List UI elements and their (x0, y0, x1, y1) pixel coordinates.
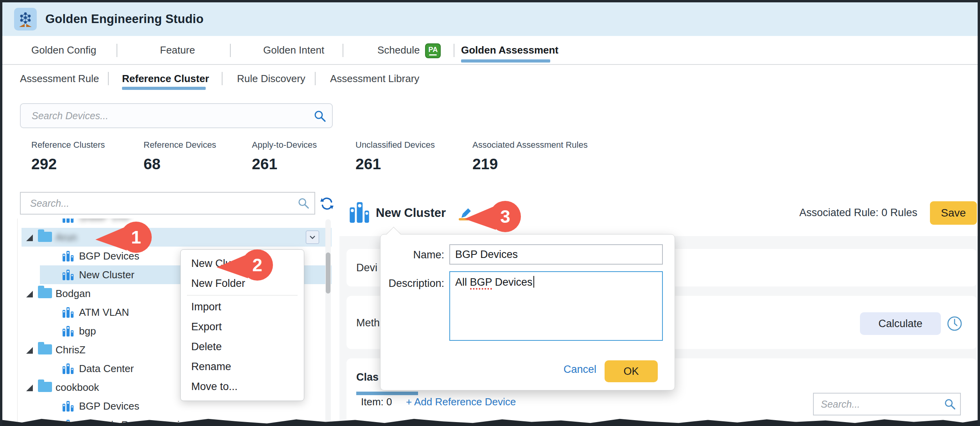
stat-value: 68 (144, 156, 216, 173)
svg-text:2: 2 (252, 255, 262, 275)
calculate-button[interactable]: Calculate (860, 312, 941, 335)
svg-text:1: 1 (131, 227, 141, 247)
name-label: Name: (381, 249, 444, 261)
sub-nav: Assessment Rule Reference Cluster Rule D… (2, 66, 978, 95)
classification-tab-label[interactable]: Clas (356, 371, 379, 383)
cluster-title: New Cluster (376, 200, 446, 226)
menu-item-import[interactable]: Import (181, 297, 304, 317)
tree-item-label: Bodgan (56, 284, 91, 303)
menu-item-move-to[interactable]: Move to... (181, 377, 304, 397)
clock-icon (946, 315, 963, 332)
expand-triangle-icon[interactable] (26, 385, 33, 391)
device-card-label: Devi (356, 262, 377, 274)
search-icon[interactable] (313, 109, 327, 123)
tab-assessment-library[interactable]: Assessment Library (330, 66, 419, 91)
folder-icon (38, 382, 52, 392)
search-icon[interactable] (297, 197, 310, 209)
network-logo-icon (16, 10, 34, 28)
refresh-button[interactable] (319, 196, 335, 212)
scrollbar-thumb[interactable] (326, 252, 330, 294)
tree-search-box (20, 192, 315, 215)
folder-icon (38, 344, 52, 354)
popup-caret (386, 227, 401, 242)
tree-item-folder-selected[interactable]: Arun (18, 228, 333, 247)
callout-step-2: 2 (216, 248, 278, 281)
expand-triangle-icon[interactable] (26, 234, 33, 241)
screenshot-frame: Golden Engineering Studio Golden Config … (0, 0, 980, 426)
description-text: All (455, 276, 470, 288)
tab-rule-discovery[interactable]: Rule Discovery (237, 66, 305, 91)
divider (230, 44, 231, 57)
tab-assessment-rule[interactable]: Assessment Rule (20, 66, 99, 91)
app-header: Golden Engineering Studio (2, 2, 978, 36)
cluster-icon (61, 249, 75, 268)
save-button[interactable]: Save (930, 201, 977, 225)
svg-text:3: 3 (500, 206, 510, 227)
divider (343, 44, 343, 57)
device-search-box (20, 103, 333, 128)
tab-feature[interactable]: Feature (160, 36, 195, 64)
cluster-icon (61, 306, 75, 325)
app-title: Golden Engineering Studio (45, 12, 204, 26)
cluster-name-input[interactable] (449, 244, 663, 265)
stat-label: Apply-to-Devices (252, 140, 317, 150)
divider (454, 44, 454, 57)
menu-item-rename[interactable]: Rename (181, 357, 304, 377)
app-logo (14, 8, 37, 30)
tree-item-label: bgp (79, 322, 96, 340)
menu-item-export[interactable]: Export (181, 317, 304, 337)
tree-scrollbar[interactable] (325, 219, 331, 426)
stat-associated-assessment-rules: Associated Assessment Rules 219 (472, 140, 588, 173)
device-search-input[interactable] (32, 104, 305, 127)
item-count: Item: 0 (361, 396, 392, 408)
ok-button[interactable]: OK (605, 360, 658, 382)
divider (117, 44, 117, 57)
stat-reference-devices: Reference Devices 68 (144, 140, 216, 173)
expand-triangle-icon[interactable] (26, 347, 33, 354)
folder-icon (38, 232, 52, 242)
stat-value: 261 (252, 156, 317, 173)
cluster-description-textarea[interactable]: All BGP Devices (449, 271, 663, 341)
stat-label: Associated Assessment Rules (472, 140, 588, 150)
cluster-icon (61, 399, 75, 419)
edit-cluster-popup: Name: Description: All BGP Devices Cance… (380, 234, 675, 390)
tree-item-label: BGP Devices (79, 397, 139, 415)
stat-value: 292 (31, 156, 105, 173)
tree-item-label: cookbook (56, 378, 99, 397)
chevron-down-icon (309, 235, 316, 239)
stat-value: 261 (355, 156, 435, 173)
stat-label: Reference Clusters (31, 140, 105, 150)
stat-label: Reference Devices (144, 140, 216, 150)
expand-triangle-icon[interactable] (26, 291, 33, 297)
reference-device-search-input[interactable] (821, 394, 938, 415)
stat-reference-clusters: Reference Clusters 292 (31, 140, 105, 173)
tree-search-input[interactable] (30, 193, 288, 214)
active-subtab-underline (122, 87, 206, 90)
description-label: Description: (381, 277, 444, 290)
main-nav: Golden Config Feature Golden Intent Sche… (2, 36, 978, 65)
tree-item-redacted-partial[interactable]: SNMP VRF (18, 218, 333, 227)
divider (222, 72, 223, 85)
tab-golden-config[interactable]: Golden Config (31, 36, 96, 64)
active-tab-underline (461, 59, 550, 63)
tree-item-label: Data Center (79, 359, 134, 378)
tree-item-label: ATM VLAN (79, 303, 129, 322)
row-dropdown-button[interactable] (306, 231, 319, 244)
tab-golden-intent[interactable]: Golden Intent (263, 36, 324, 64)
history-button[interactable] (946, 315, 964, 333)
cancel-button[interactable]: Cancel (564, 363, 596, 376)
callout-step-1: 1 (95, 220, 157, 254)
tree-item-label: New Cluster (79, 265, 135, 284)
stat-value: 219 (472, 156, 588, 173)
reference-device-search-box (813, 393, 961, 415)
tab-schedule-label: Schedule (377, 44, 420, 56)
tab-schedule[interactable]: SchedulePA (377, 36, 441, 64)
menu-divider (187, 295, 298, 295)
refresh-icon (319, 196, 334, 211)
add-reference-device-link[interactable]: + Add Reference Device (406, 396, 516, 408)
text-cursor (533, 276, 534, 288)
stat-label: Unclassified Devices (355, 140, 435, 150)
search-icon[interactable] (944, 398, 956, 410)
menu-item-delete[interactable]: Delete (181, 337, 304, 357)
callout-step-3: 3 (464, 199, 526, 233)
